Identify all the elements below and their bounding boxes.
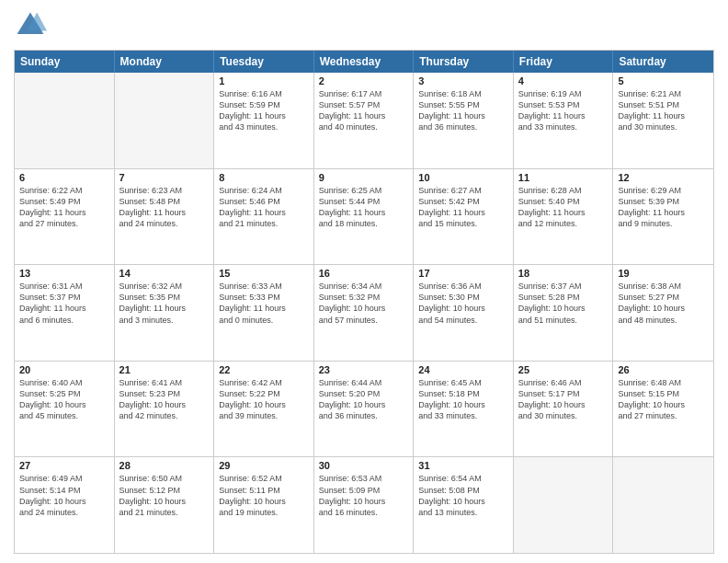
cell-info-line: and 33 minutes.: [418, 410, 508, 421]
calendar-cell: 23Sunrise: 6:44 AMSunset: 5:20 PMDayligh…: [314, 362, 415, 457]
cell-info-line: and 0 minutes.: [219, 315, 309, 326]
cell-info-line: Sunrise: 6:22 AM: [19, 185, 109, 196]
cell-info-line: and 9 minutes.: [618, 218, 709, 229]
cell-info-line: and 24 minutes.: [19, 507, 109, 518]
calendar-cell: 13Sunrise: 6:31 AMSunset: 5:37 PMDayligh…: [15, 265, 115, 361]
day-number: 25: [518, 364, 609, 375]
cell-info-line: Daylight: 11 hours: [319, 207, 409, 218]
day-number: 1: [219, 75, 309, 86]
cell-info-line: Sunset: 5:37 PM: [19, 292, 109, 303]
day-number: 6: [19, 172, 109, 183]
cell-info-line: Daylight: 10 hours: [319, 496, 409, 507]
cell-info-line: Daylight: 10 hours: [518, 303, 609, 314]
day-number: 3: [418, 75, 508, 86]
cell-info-line: Sunrise: 6:28 AM: [518, 185, 609, 196]
logo-icon: [14, 9, 47, 42]
calendar-cell: 31Sunrise: 6:54 AMSunset: 5:08 PMDayligh…: [414, 457, 514, 553]
cell-info-line: Daylight: 11 hours: [219, 207, 309, 218]
cell-info-line: Sunset: 5:18 PM: [418, 388, 508, 399]
cell-info-line: Daylight: 11 hours: [618, 207, 709, 218]
day-number: 18: [518, 268, 609, 279]
day-number: 13: [19, 268, 109, 279]
day-number: 7: [119, 172, 210, 183]
cell-info-line: and 27 minutes.: [618, 410, 709, 421]
cell-info-line: Daylight: 11 hours: [518, 110, 609, 121]
weekday-header: Wednesday: [314, 51, 415, 73]
cell-info-line: Sunrise: 6:50 AM: [119, 473, 210, 484]
calendar-cell: [514, 457, 614, 553]
day-number: 14: [119, 268, 210, 279]
calendar-cell: 26Sunrise: 6:48 AMSunset: 5:15 PMDayligh…: [613, 362, 713, 457]
calendar-cell: 6Sunrise: 6:22 AMSunset: 5:49 PMDaylight…: [15, 169, 115, 265]
calendar-cell: 2Sunrise: 6:17 AMSunset: 5:57 PMDaylight…: [314, 73, 415, 168]
day-number: 29: [219, 460, 309, 471]
cell-info-line: Sunset: 5:57 PM: [319, 99, 409, 110]
cell-info-line: Sunset: 5:17 PM: [518, 388, 609, 399]
cell-info-line: Sunset: 5:12 PM: [119, 485, 210, 496]
calendar-cell: 19Sunrise: 6:38 AMSunset: 5:27 PMDayligh…: [613, 265, 713, 361]
cell-info-line: Sunrise: 6:40 AM: [19, 377, 109, 388]
day-number: 12: [618, 172, 709, 183]
calendar-cell: 8Sunrise: 6:24 AMSunset: 5:46 PMDaylight…: [214, 169, 314, 265]
cell-info-line: and 57 minutes.: [319, 315, 409, 326]
cell-info-line: and 3 minutes.: [119, 315, 210, 326]
day-number: 31: [418, 460, 508, 471]
cell-info-line: Daylight: 11 hours: [618, 110, 709, 121]
cell-info-line: and 16 minutes.: [319, 507, 409, 518]
cell-info-line: Sunrise: 6:42 AM: [219, 377, 309, 388]
cell-info-line: and 15 minutes.: [418, 218, 508, 229]
cell-info-line: Sunrise: 6:16 AM: [219, 88, 309, 99]
cell-info-line: Sunset: 5:53 PM: [518, 99, 609, 110]
cell-info-line: Sunset: 5:40 PM: [518, 196, 609, 207]
cell-info-line: Daylight: 10 hours: [219, 399, 309, 410]
cell-info-line: Sunset: 5:33 PM: [219, 292, 309, 303]
cell-info-line: Sunrise: 6:38 AM: [618, 281, 709, 292]
page: SundayMondayTuesdayWednesdayThursdayFrid…: [0, 0, 728, 563]
cell-info-line: Sunset: 5:27 PM: [618, 292, 709, 303]
cell-info-line: Sunset: 5:11 PM: [219, 485, 309, 496]
cell-info-line: and 19 minutes.: [219, 507, 309, 518]
cell-info-line: Sunset: 5:20 PM: [319, 388, 409, 399]
calendar-cell: 21Sunrise: 6:41 AMSunset: 5:23 PMDayligh…: [115, 362, 215, 457]
cell-info-line: Sunset: 5:48 PM: [119, 196, 210, 207]
cell-info-line: Daylight: 10 hours: [319, 399, 409, 410]
cell-info-line: Sunrise: 6:44 AM: [319, 377, 409, 388]
day-number: 8: [219, 172, 309, 183]
cell-info-line: Daylight: 11 hours: [518, 207, 609, 218]
cell-info-line: Daylight: 10 hours: [319, 303, 409, 314]
cell-info-line: and 6 minutes.: [19, 315, 109, 326]
cell-info-line: Sunrise: 6:23 AM: [119, 185, 210, 196]
calendar-cell: 1Sunrise: 6:16 AMSunset: 5:59 PMDaylight…: [214, 73, 314, 168]
cell-info-line: Sunrise: 6:54 AM: [418, 473, 508, 484]
weekday-header: Monday: [115, 51, 215, 73]
cell-info-line: and 13 minutes.: [418, 507, 508, 518]
calendar: SundayMondayTuesdayWednesdayThursdayFrid…: [14, 50, 714, 554]
day-number: 17: [418, 268, 508, 279]
weekday-header: Sunday: [15, 51, 115, 73]
day-number: 22: [219, 364, 309, 375]
cell-info-line: Daylight: 10 hours: [418, 303, 508, 314]
cell-info-line: Sunset: 5:14 PM: [19, 485, 109, 496]
cell-info-line: and 33 minutes.: [518, 121, 609, 132]
weekday-header: Saturday: [613, 51, 713, 73]
cell-info-line: Sunrise: 6:32 AM: [119, 281, 210, 292]
cell-info-line: Sunrise: 6:24 AM: [219, 185, 309, 196]
calendar-row: 6Sunrise: 6:22 AMSunset: 5:49 PMDaylight…: [15, 168, 713, 265]
cell-info-line: Sunset: 5:25 PM: [19, 388, 109, 399]
calendar-cell: 18Sunrise: 6:37 AMSunset: 5:28 PMDayligh…: [514, 265, 614, 361]
cell-info-line: Sunset: 5:15 PM: [618, 388, 709, 399]
weekday-header: Friday: [514, 51, 614, 73]
calendar-cell: 20Sunrise: 6:40 AMSunset: 5:25 PMDayligh…: [15, 362, 115, 457]
day-number: 2: [319, 75, 409, 86]
cell-info-line: and 36 minutes.: [418, 121, 508, 132]
cell-info-line: Sunrise: 6:37 AM: [518, 281, 609, 292]
cell-info-line: Sunrise: 6:46 AM: [518, 377, 609, 388]
calendar-cell: 29Sunrise: 6:52 AMSunset: 5:11 PMDayligh…: [214, 457, 314, 553]
calendar-cell: 10Sunrise: 6:27 AMSunset: 5:42 PMDayligh…: [414, 169, 514, 265]
cell-info-line: Daylight: 11 hours: [19, 303, 109, 314]
calendar-cell: 15Sunrise: 6:33 AMSunset: 5:33 PMDayligh…: [214, 265, 314, 361]
cell-info-line: Daylight: 11 hours: [19, 207, 109, 218]
cell-info-line: Sunrise: 6:31 AM: [19, 281, 109, 292]
cell-info-line: Sunrise: 6:41 AM: [119, 377, 210, 388]
cell-info-line: Sunset: 5:22 PM: [219, 388, 309, 399]
